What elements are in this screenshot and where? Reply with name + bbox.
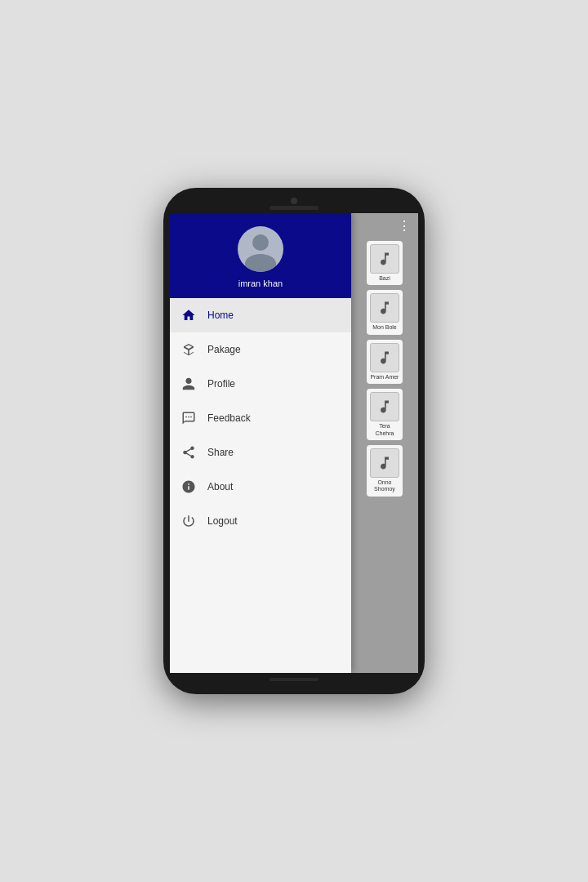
share-icon — [180, 443, 198, 461]
avatar-head — [252, 234, 269, 251]
music-thumb-bazi — [370, 244, 399, 274]
feedback-icon — [180, 409, 198, 427]
drawer-overlay: imran khan Home — [170, 228, 418, 673]
profile-icon — [180, 375, 198, 393]
menu-label-profile: Profile — [207, 378, 235, 390]
music-thumb-tera-chehra — [370, 392, 399, 421]
music-thumb-onno-shomoy — [370, 448, 399, 478]
sidebar-item-about[interactable]: About — [170, 470, 351, 504]
avatar — [238, 228, 283, 272]
nav-menu: Home Pakage — [170, 298, 351, 673]
phone-speaker — [270, 206, 318, 210]
music-card-onno-shomoy[interactable]: Onno Shomoy — [367, 445, 403, 497]
music-thumb-pram-amer — [370, 343, 399, 372]
music-card-pram-amer[interactable]: Pram Amer — [367, 340, 403, 384]
menu-label-feedback: Feedback — [207, 412, 251, 424]
phone-screen: 3:37 PM 0.24K/s — [170, 213, 418, 673]
menu-label-home: Home — [207, 310, 234, 321]
menu-label-share: Share — [207, 447, 234, 458]
info-icon — [180, 478, 198, 496]
menu-label-logout: Logout — [207, 515, 238, 527]
music-title-tera-chehra: Tera Chehra — [370, 423, 399, 437]
menu-label-package: Pakage — [207, 344, 241, 355]
music-title-bazi: Bazi — [379, 275, 390, 282]
nav-drawer: imran khan Home — [170, 228, 351, 673]
package-icon — [180, 341, 198, 359]
music-title-mon-bole: Mon Bole — [372, 324, 397, 331]
music-thumb-mon-bole — [370, 293, 399, 323]
phone-home-button[interactable] — [270, 678, 318, 681]
music-card-tera-chehra[interactable]: Tera Chehra — [367, 389, 403, 440]
music-title-onno-shomoy: Onno Shomoy — [370, 479, 399, 493]
power-icon — [180, 512, 198, 530]
phone-device: 3:37 PM 0.24K/s — [163, 188, 425, 694]
sidebar-item-home[interactable]: Home — [170, 298, 351, 332]
username: imran khan — [238, 278, 283, 288]
overflow-menu-icon[interactable]: ⋮ — [398, 228, 412, 233]
music-card-bazi[interactable]: Bazi — [367, 241, 403, 285]
drawer-header: imran khan — [170, 228, 351, 298]
sidebar-item-package[interactable]: Pakage — [170, 332, 351, 367]
screen-content: imran khan Home — [170, 228, 418, 673]
home-icon — [180, 306, 198, 324]
right-panel: ⋮ Bazi Mon Bole — [351, 228, 418, 673]
sidebar-item-logout[interactable]: Logout — [170, 504, 351, 538]
sidebar-item-feedback[interactable]: Feedback — [170, 401, 351, 435]
avatar-body — [245, 254, 276, 272]
music-title-pram-amer: Pram Amer — [370, 374, 399, 381]
music-card-mon-bole[interactable]: Mon Bole — [367, 290, 403, 334]
menu-label-about: About — [207, 481, 233, 492]
sidebar-item-profile[interactable]: Profile — [170, 367, 351, 401]
phone-camera — [291, 198, 297, 204]
sidebar-item-share[interactable]: Share — [170, 435, 351, 470]
